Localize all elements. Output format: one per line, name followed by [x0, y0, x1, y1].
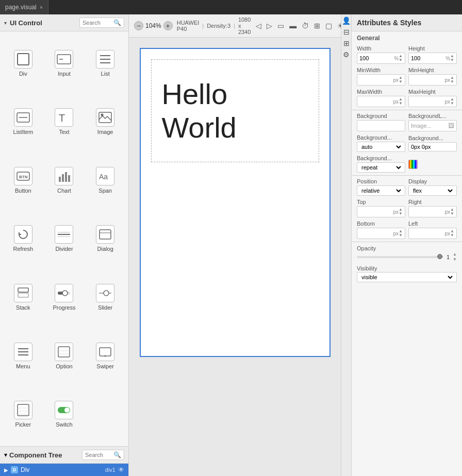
canvas-area[interactable]: Hello World: [129, 38, 341, 476]
width-unit: %: [394, 56, 399, 61]
minw-down[interactable]: ▼: [399, 80, 403, 84]
comp-tree-arrow[interactable]: ▾: [4, 451, 7, 458]
widget-item-swiper[interactable]: Swiper: [85, 327, 125, 385]
sun-icon[interactable]: ☀: [336, 21, 341, 31]
width-down[interactable]: ▼: [399, 58, 403, 62]
svg-rect-24: [18, 293, 28, 297]
width-input[interactable]: [359, 55, 394, 61]
redo-icon[interactable]: ▷: [266, 21, 273, 31]
display-select-row[interactable]: flexblockinline: [408, 185, 457, 196]
frame-icon[interactable]: ▢: [324, 21, 333, 31]
bottom-down[interactable]: ▼: [399, 233, 403, 237]
general-section-title: General: [352, 31, 462, 44]
maxh-down[interactable]: ▼: [450, 101, 454, 106]
split-icon[interactable]: ⊞: [313, 21, 321, 31]
display-select[interactable]: flexblockinline: [411, 187, 454, 194]
min-height-input-row: px ▲▼: [408, 74, 457, 86]
clock-icon[interactable]: ⏱: [301, 21, 310, 31]
widget-item-text[interactable]: TText: [44, 93, 85, 151]
right-down[interactable]: ▼: [450, 212, 454, 216]
widget-item-switch[interactable]: Switch: [44, 385, 85, 443]
widget-item-refresh[interactable]: Refresh: [3, 210, 43, 268]
min-height-unit: px: [445, 77, 451, 83]
maxwidth-maxheight-row: MaxWidth px ▲▼ MaxHeight px ▲▼: [352, 87, 462, 109]
zoom-out-button[interactable]: −: [134, 21, 143, 30]
widget-item-div[interactable]: Div: [3, 35, 43, 92]
phone-landscape-icon[interactable]: ▬: [288, 21, 298, 31]
visibility-select[interactable]: visiblehidden: [359, 274, 454, 281]
bottom-input[interactable]: [359, 230, 393, 236]
left-down[interactable]: ▼: [450, 233, 454, 237]
widget-item-slider[interactable]: Slider: [85, 268, 125, 326]
widget-item-stack[interactable]: Stack: [3, 268, 43, 326]
right-input[interactable]: [411, 209, 445, 215]
background-prop: Background: [357, 113, 405, 131]
bg-size-pos-row: Background... autocovercontain Backgroun…: [352, 133, 462, 154]
phone-inner-div[interactable]: Hello World: [151, 59, 319, 162]
widget-item-input[interactable]: Input: [44, 35, 85, 92]
widget-item-list[interactable]: List: [85, 35, 125, 92]
comp-tree-search-box[interactable]: 🔍: [82, 450, 124, 460]
height-label: Height: [408, 45, 457, 52]
phone-portrait-icon[interactable]: ▭: [276, 21, 285, 31]
position-select-row[interactable]: relativeabsolutefixed: [357, 185, 405, 196]
widget-item-button[interactable]: BTNButton: [3, 151, 43, 209]
bg-size-select[interactable]: autocovercontain: [359, 143, 403, 150]
height-down[interactable]: ▼: [450, 58, 454, 62]
position-select[interactable]: relativeabsolutefixed: [359, 187, 403, 194]
widget-item-menu[interactable]: Menu: [3, 327, 43, 385]
person-icon[interactable]: 👤: [342, 16, 351, 25]
background-color-input[interactable]: [359, 123, 390, 129]
undo-icon[interactable]: ◁: [255, 21, 262, 31]
widget-item-option[interactable]: Option: [44, 327, 85, 385]
opacity-down[interactable]: ▼: [453, 257, 457, 262]
gear-icon[interactable]: ⚙: [343, 50, 350, 59]
bg-gradient-preview[interactable]: [408, 160, 418, 169]
min-width-input[interactable]: [359, 77, 393, 83]
stack-icon: [14, 284, 32, 302]
top-down[interactable]: ▼: [399, 212, 403, 216]
svg-point-27: [62, 291, 68, 296]
widget-item-chart[interactable]: Chart: [44, 151, 85, 209]
page-tab[interactable]: page.visual ×: [0, 0, 48, 14]
canvas-toolbar: − 104% + HUAWEI P40 | Density:3 | 1080 x…: [129, 14, 341, 38]
tree-node-visibility-icon[interactable]: 👁: [118, 466, 124, 473]
bg-size-select-row[interactable]: autocovercontain: [357, 142, 405, 152]
max-width-input[interactable]: [359, 98, 393, 105]
left-input[interactable]: [411, 230, 445, 236]
tree-node-div[interactable]: ▶ D Div div1 👁: [0, 464, 128, 476]
background-image-icon[interactable]: 🖼: [448, 122, 454, 129]
height-input[interactable]: [411, 55, 446, 61]
widget-item-image[interactable]: Image: [85, 93, 125, 151]
max-height-input[interactable]: [411, 98, 445, 105]
ui-control-toggle[interactable]: ▾: [4, 20, 7, 26]
text-icon: T: [55, 108, 73, 127]
background-image-row[interactable]: Image... 🖼: [408, 120, 457, 131]
opacity-thumb[interactable]: [437, 254, 442, 259]
bg-pos-input[interactable]: [411, 144, 454, 150]
ui-control-search-box[interactable]: 🔍: [79, 18, 124, 28]
layout-icon[interactable]: ⊟: [343, 28, 350, 36]
opacity-slider[interactable]: [357, 256, 443, 258]
widget-item-dialog[interactable]: Dialog: [85, 210, 125, 268]
search-input[interactable]: [82, 20, 113, 26]
minh-down[interactable]: ▼: [450, 80, 454, 84]
widget-item-progress[interactable]: Progress: [44, 268, 85, 326]
zoom-in-button[interactable]: +: [163, 21, 173, 30]
visibility-select-row[interactable]: visiblehidden: [357, 272, 457, 282]
tab-close-icon[interactable]: ×: [40, 4, 43, 10]
widget-item-divider[interactable]: Divider: [44, 210, 85, 268]
comp-tree-search-input[interactable]: [85, 452, 113, 458]
background-input-row[interactable]: [357, 120, 405, 131]
top-input[interactable]: [359, 209, 393, 215]
opacity-up[interactable]: ▲: [453, 252, 457, 257]
widget-item-span[interactable]: AaSpan: [85, 151, 125, 209]
widget-item-listitem[interactable]: ListItem: [3, 93, 43, 151]
element-icon[interactable]: ⊞: [343, 39, 350, 47]
min-height-input[interactable]: [411, 77, 445, 83]
bg-repeat-select-row[interactable]: repeatno-repeatrepeat-xrepeat-y: [357, 162, 405, 173]
widget-item-picker[interactable]: Picker: [3, 385, 43, 443]
maxw-down[interactable]: ▼: [399, 101, 403, 106]
position-label: Position: [357, 178, 405, 184]
bg-repeat-select[interactable]: repeatno-repeatrepeat-xrepeat-y: [359, 164, 403, 171]
